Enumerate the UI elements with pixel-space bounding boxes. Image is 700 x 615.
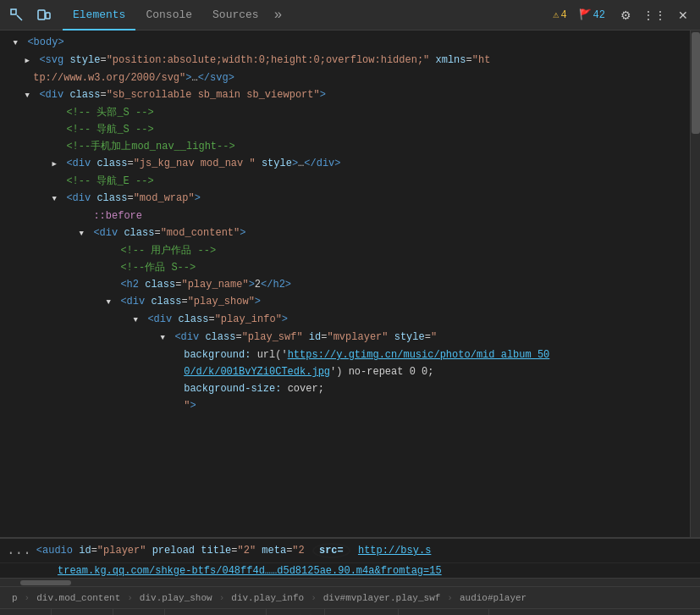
- tab-elements[interactable]: Elements: [63, 0, 135, 30]
- devtools-toolbar: Elements Console Sources » ⚠ 4 🚩 42 ⚙ ⋮⋮…: [0, 0, 700, 30]
- svg-rect-0: [11, 9, 16, 14]
- tab-dom-breakpoints[interactable]: DOM 断点: [267, 609, 325, 616]
- breadcrumb-item-p[interactable]: p: [7, 591, 23, 605]
- console-content: <audio id="player" preload title="2" met…: [36, 543, 693, 558]
- arrow-toggle[interactable]: [130, 312, 141, 328]
- scrollbar-thumb[interactable]: [692, 32, 700, 134]
- info-icon: 🚩: [579, 8, 592, 21]
- tab-sources[interactable]: Sources: [202, 0, 269, 30]
- dom-line[interactable]: <div class="play_info">: [0, 311, 690, 329]
- tab-styles[interactable]: Styles: [0, 609, 52, 616]
- tab-properties[interactable]: Properties: [325, 609, 399, 616]
- h-scrollbar-thumb[interactable]: [20, 580, 71, 585]
- dom-line[interactable]: <div class="mod_content">: [0, 224, 690, 242]
- dom-line[interactable]: <div class="mod_wrap">: [0, 190, 690, 208]
- horizontal-scrollbar[interactable]: [0, 578, 700, 586]
- breadcrumb-item-mvplayer[interactable]: div#mvplayer.play_swf: [318, 591, 446, 605]
- more-tabs-button[interactable]: »: [269, 0, 288, 30]
- dom-wrapper: <body> <svg style="position:absolute;wid…: [0, 30, 700, 537]
- info-badge[interactable]: 🚩 42: [576, 7, 609, 23]
- warning-badge[interactable]: ⚠ 4: [549, 7, 570, 23]
- tab-accessibility[interactable]: Accessibility: [399, 609, 489, 616]
- tab-event-listeners[interactable]: Event Listeners: [165, 609, 267, 616]
- tab-layout[interactable]: Layout: [113, 609, 165, 616]
- dom-line[interactable]: <div class="play_swf" id="mvplayer" styl…: [0, 329, 690, 346]
- settings-button[interactable]: ⚙: [614, 3, 637, 27]
- svg-rect-2: [46, 13, 50, 19]
- arrow-toggle[interactable]: [21, 53, 33, 69]
- warning-count: 4: [560, 9, 566, 21]
- dom-line[interactable]: background: url('https://y.gtimg.cn/musi…: [0, 346, 690, 363]
- breadcrumb-item-play-info[interactable]: div.play_info: [226, 591, 309, 605]
- toolbar-right: ⚠ 4 🚩 42 ⚙ ⋮⋮ ✕: [549, 3, 695, 27]
- dom-line[interactable]: <!-- 用户作品 -->: [0, 242, 690, 259]
- tab-computed[interactable]: Computed: [52, 609, 114, 616]
- select-element-button[interactable]: [5, 3, 29, 27]
- dom-line[interactable]: <body>: [0, 34, 690, 52]
- dom-line[interactable]: <div class="sb_scrollable sb_main sb_vie…: [0, 86, 690, 104]
- dom-line[interactable]: <!--手机加上mod_nav__light-->: [0, 138, 690, 155]
- dom-line[interactable]: 0/d/k/001BvYZi0CTedk.jpg') no-repeat 0 0…: [0, 363, 690, 380]
- device-toggle-button[interactable]: [32, 3, 56, 27]
- dom-line[interactable]: <!-- 导航_S -->: [0, 121, 690, 138]
- dom-line[interactable]: <div class="js_kg_nav mod_nav " style>…<…: [0, 155, 690, 173]
- arrow-toggle[interactable]: [21, 87, 33, 103]
- dom-line[interactable]: <h2 class="play_name">2</h2>: [0, 276, 690, 293]
- tag-body: <body>: [27, 36, 63, 48]
- dom-line[interactable]: <svg style="position:absolute;width:0;he…: [0, 52, 690, 69]
- dom-panel[interactable]: <body> <svg style="position:absolute;wid…: [0, 30, 690, 537]
- arrow-toggle[interactable]: [48, 156, 60, 172]
- console-bottom-bar: ... <audio id="player" preload title="2"…: [0, 537, 700, 562]
- svg-rect-1: [38, 10, 45, 19]
- main-tabs: Elements Console Sources »: [63, 0, 287, 30]
- more-tools-button[interactable]: ⋮⋮: [642, 3, 666, 27]
- console-more-button[interactable]: ...: [7, 543, 31, 558]
- bottom-tabs: Styles Computed Layout Event Listeners D…: [0, 608, 700, 615]
- breadcrumb-item-play-show[interactable]: div.play_show: [135, 591, 218, 605]
- dom-line[interactable]: tp://www.w3.org/2000/svg">…</svg>: [0, 69, 690, 86]
- dom-line[interactable]: ::before: [0, 208, 690, 224]
- vertical-scrollbar[interactable]: [690, 30, 700, 537]
- info-count: 42: [593, 9, 605, 21]
- console-line2: tream.kg.qq.com/shkge-btfs/048ff4d……d5d8…: [0, 562, 700, 578]
- src-circled: src=: [312, 543, 350, 558]
- dom-line[interactable]: <div class="play_show">: [0, 293, 690, 311]
- arrow-toggle[interactable]: [102, 294, 114, 310]
- dom-line[interactable]: <!-- 头部_S -->: [0, 104, 690, 121]
- close-button[interactable]: ✕: [671, 3, 695, 27]
- dom-line[interactable]: <!--作品 S-->: [0, 259, 690, 276]
- dom-line[interactable]: ">: [0, 397, 690, 414]
- breadcrumb-item-mod-content[interactable]: div.mod_content: [31, 591, 125, 605]
- arrow-toggle[interactable]: [75, 225, 87, 241]
- arrow-toggle[interactable]: [9, 35, 21, 51]
- warning-icon: ⚠: [553, 8, 559, 21]
- breadcrumb-bar: p › div.mod_content › div.play_show › di…: [0, 586, 700, 608]
- dom-line[interactable]: background-size: cover;: [0, 380, 690, 397]
- tab-console[interactable]: Console: [135, 0, 202, 30]
- arrow-toggle[interactable]: [157, 330, 168, 346]
- breadcrumb-item-audio-player[interactable]: audio#player: [455, 591, 532, 605]
- arrow-toggle[interactable]: [48, 191, 60, 207]
- dom-line[interactable]: <!-- 导航_E -->: [0, 173, 690, 190]
